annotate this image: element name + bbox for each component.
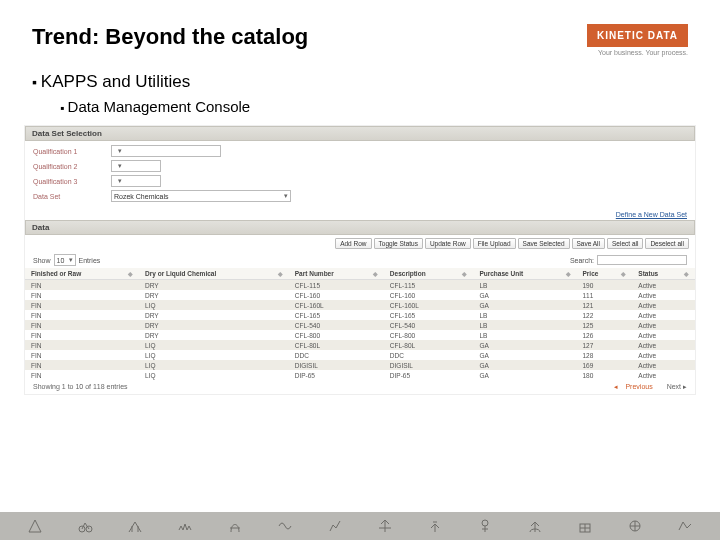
table-row[interactable]: FINDRYCFL-115CFL-115LB190Active <box>25 280 695 291</box>
table-cell: FIN <box>25 360 139 370</box>
table-cell: DIP-65 <box>384 370 474 380</box>
col-price[interactable]: Price◆ <box>577 268 633 280</box>
table-cell: FIN <box>25 350 139 360</box>
footer-icon <box>277 518 293 534</box>
table-cell: Active <box>632 290 695 300</box>
table-cell: GA <box>473 360 576 370</box>
table-cell: FIN <box>25 320 139 330</box>
footer-icon <box>27 518 43 534</box>
qual1-label: Qualification 1 <box>33 148 103 155</box>
table-cell: FIN <box>25 280 139 291</box>
table-cell: GA <box>473 350 576 360</box>
table-cell: Active <box>632 370 695 380</box>
update-row-button[interactable]: Update Row <box>425 238 471 249</box>
table-cell: CFL-160L <box>289 300 384 310</box>
brand-tagline: Your business. Your process. <box>587 49 688 56</box>
table-cell: CFL-165 <box>384 310 474 320</box>
qual2-select[interactable] <box>111 160 161 172</box>
col-finished-raw[interactable]: Finished or Raw◆ <box>25 268 139 280</box>
table-cell: 126 <box>577 330 633 340</box>
table-cell: DIP-65 <box>289 370 384 380</box>
table-cell: LB <box>473 320 576 330</box>
save-selected-button[interactable]: Save Selected <box>518 238 570 249</box>
table-cell: DIGISIL <box>289 360 384 370</box>
footer-icon <box>427 518 443 534</box>
deselect-all-button[interactable]: Deselect all <box>645 238 689 249</box>
save-all-button[interactable]: Save All <box>572 238 606 249</box>
table-row[interactable]: FINDRYCFL-540CFL-540LB125Active <box>25 320 695 330</box>
table-cell: 125 <box>577 320 633 330</box>
footer-icon <box>627 518 643 534</box>
table-cell: GA <box>473 290 576 300</box>
table-row[interactable]: FINLIQDDCDDCGA128Active <box>25 350 695 360</box>
table-cell: CFL-160 <box>289 290 384 300</box>
define-new-dataset-link[interactable]: Define a New Data Set <box>25 209 695 220</box>
table-cell: DDC <box>384 350 474 360</box>
bullet-kapps: KAPPS and Utilities <box>32 72 688 92</box>
table-cell: CFL-115 <box>289 280 384 291</box>
search-label: Search: <box>570 257 594 264</box>
col-description[interactable]: Description◆ <box>384 268 474 280</box>
file-upload-button[interactable]: File Upload <box>473 238 516 249</box>
search-input[interactable] <box>597 255 687 265</box>
footer-icon <box>177 518 193 534</box>
table-cell: FIN <box>25 330 139 340</box>
table-cell: 121 <box>577 300 633 310</box>
qual3-select[interactable] <box>111 175 161 187</box>
table-row[interactable]: FINLIQCFL-80LCFL-80LGA127Active <box>25 340 695 350</box>
page-title: Trend: Beyond the catalog <box>32 24 308 50</box>
table-cell: Active <box>632 280 695 291</box>
dataset-label: Data Set <box>33 193 103 200</box>
col-purchase-unit[interactable]: Purchase Unit◆ <box>473 268 576 280</box>
qual1-select[interactable] <box>111 145 221 157</box>
footer-icon <box>77 518 93 534</box>
table-cell: CFL-800 <box>289 330 384 340</box>
table-cell: GA <box>473 300 576 310</box>
table-cell: DRY <box>139 290 289 300</box>
table-cell: CFL-165 <box>289 310 384 320</box>
table-cell: DRY <box>139 280 289 291</box>
footer-icon <box>227 518 243 534</box>
col-status[interactable]: Status◆ <box>632 268 695 280</box>
table-cell: DRY <box>139 330 289 340</box>
table-cell: CFL-80L <box>384 340 474 350</box>
data-table: Finished or Raw◆ Dry or Liquid Chemical◆… <box>25 268 695 380</box>
table-cell: Active <box>632 330 695 340</box>
table-cell: LIQ <box>139 350 289 360</box>
table-cell: DRY <box>139 320 289 330</box>
table-cell: Active <box>632 300 695 310</box>
select-all-button[interactable]: Select all <box>607 238 643 249</box>
table-row[interactable]: FINDRYCFL-800CFL-800LB126Active <box>25 330 695 340</box>
table-row[interactable]: FINLIQCFL-160LCFL-160LGA121Active <box>25 300 695 310</box>
table-cell: 111 <box>577 290 633 300</box>
prev-link[interactable]: ◂ Previous <box>614 383 653 390</box>
table-row[interactable]: FINLIQDIP-65DIP-65GA180Active <box>25 370 695 380</box>
table-cell: FIN <box>25 370 139 380</box>
toggle-status-button[interactable]: Toggle Status <box>374 238 423 249</box>
panel-data: Data <box>25 220 695 235</box>
add-row-button[interactable]: Add Row <box>335 238 371 249</box>
table-cell: DRY <box>139 310 289 320</box>
svg-point-2 <box>482 520 488 526</box>
table-cell: 169 <box>577 360 633 370</box>
col-dry-liquid[interactable]: Dry or Liquid Chemical◆ <box>139 268 289 280</box>
table-cell: CFL-540 <box>384 320 474 330</box>
table-cell: DDC <box>289 350 384 360</box>
footer-icon <box>377 518 393 534</box>
show-count-select[interactable]: 10 <box>54 254 76 266</box>
table-row[interactable]: FINDRYCFL-160CFL-160GA111Active <box>25 290 695 300</box>
table-row[interactable]: FINLIQDIGISILDIGISILGA169Active <box>25 360 695 370</box>
table-cell: LIQ <box>139 370 289 380</box>
dataset-select[interactable]: Rozek Chemicals <box>111 190 291 202</box>
table-cell: GA <box>473 370 576 380</box>
table-cell: 190 <box>577 280 633 291</box>
table-row[interactable]: FINDRYCFL-165CFL-165LB122Active <box>25 310 695 320</box>
next-link[interactable]: Next ▸ <box>661 383 687 390</box>
showing-text: Showing 1 to 10 of 118 entries <box>33 383 128 391</box>
table-cell: DIGISIL <box>384 360 474 370</box>
table-cell: CFL-80L <box>289 340 384 350</box>
entries-label: Entries <box>79 257 101 264</box>
col-part-number[interactable]: Part Number◆ <box>289 268 384 280</box>
table-cell: 128 <box>577 350 633 360</box>
bullet-dmc: Data Management Console <box>60 98 688 115</box>
